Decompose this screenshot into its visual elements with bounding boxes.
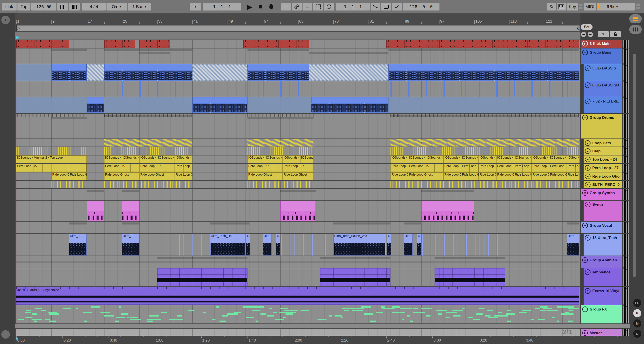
clip-suth[interactable] <box>248 181 314 188</box>
clip-gB[interactable] <box>309 52 388 54</box>
clip-suth[interactable] <box>390 181 579 188</box>
metronome-button[interactable] <box>69 3 80 10</box>
time-ruler[interactable]: 0:000:200:401:001:201:402:002:202:403:00… <box>15 336 630 344</box>
track-lane-perc-loop---27[interactable]: Perc Loop - 27Perc Loop - 27Perc Loop - … <box>16 164 580 172</box>
clip-loop[interactable]: IQSounds - Minimal 2 - Top Loop <box>567 156 579 163</box>
clip-loop[interactable]: IQSounds - Minimal 2 - Top Loop <box>496 156 514 163</box>
fold-track-icon[interactable]: ▼ <box>585 288 590 294</box>
fold-track-icon[interactable]: ▼ <box>585 269 590 275</box>
clip-loop[interactable]: Ride Loop Ghost <box>140 172 175 180</box>
track-header-top-loop---24[interactable]: ▶Top Loop - 24 <box>584 156 622 163</box>
track-lane-group-bass[interactable] <box>16 48 580 64</box>
track-lane-7-02---filtere[interactable] <box>16 97 580 113</box>
track-lane-18-ultra_tech[interactable]: Ultra_TUltra_TUltra_Tech_HouUUltrUUltra_… <box>16 234 580 256</box>
clip-tb[interactable] <box>122 81 123 97</box>
track-header-loop-hats[interactable]: ▶Loop Hats <box>584 139 622 147</box>
clip-fx[interactable] <box>16 305 579 324</box>
clip-tb[interactable] <box>263 81 264 97</box>
track-header-master[interactable]: ▶Master <box>581 329 622 336</box>
group-unfold-icon[interactable]: ≡ <box>582 307 588 312</box>
play-track-icon[interactable]: ▶ <box>585 140 590 146</box>
clip-loop[interactable]: IQSounds - Minimal 2 - Top Loop <box>140 156 157 163</box>
midi-map-button[interactable]: MIDI <box>584 3 596 10</box>
fold-track-icon[interactable]: ▼ <box>585 65 590 71</box>
key-map-button[interactable]: Key <box>566 3 578 10</box>
clip-tb[interactable] <box>408 81 410 97</box>
clip-kick[interactable] <box>243 40 309 48</box>
track-header-group-bass[interactable]: ≡Group Bass <box>581 48 622 64</box>
clip-loop[interactable]: IQSounds - Minimal 2 - Top Loop <box>408 156 426 163</box>
clip-clap[interactable] <box>104 147 192 155</box>
clip-gA[interactable] <box>334 222 391 224</box>
clip-loopd[interactable]: Perc Loop - 27 <box>496 164 514 172</box>
clip-loop[interactable]: IQSounds - Minimal 2 - Top Loop <box>282 156 300 163</box>
track-header-extras-10-vinyl[interactable]: ▼Extras 10 Vinyl <box>584 287 622 305</box>
track-header-ambience[interactable]: ▼Ambience <box>584 268 622 286</box>
punch-in-position-display[interactable]: 1. 1. 1 <box>336 3 370 10</box>
clip-loopd[interactable]: Perc Loop - 27 <box>479 164 496 172</box>
arrangement-start-marker-icon[interactable] <box>16 36 19 39</box>
clip-vox[interactable]: Ultr <box>404 234 413 256</box>
clip-loop[interactable]: Ride Loop Ghost <box>52 172 69 180</box>
clip-loop[interactable]: IQSounds - Minimal 2 - Top Loop <box>16 156 86 163</box>
clip-gA[interactable] <box>388 49 579 51</box>
vertical-scrollbar[interactable] <box>633 54 636 277</box>
overload-indicator[interactable] <box>624 3 634 10</box>
clip-vox[interactable]: U <box>246 234 250 256</box>
track-lane-suth_perc_0[interactable] <box>16 181 580 188</box>
clip-midi[interactable] <box>280 201 316 221</box>
clip-midi[interactable] <box>122 201 140 221</box>
clip-loopd[interactable]: Perc Loop - 27 <box>549 164 567 172</box>
clip-loopd[interactable]: Perc Loop - 27 <box>175 164 192 172</box>
capture-midi-button[interactable] <box>292 3 302 10</box>
clip-gA[interactable] <box>404 222 422 224</box>
tempo-field[interactable]: 126.00 <box>31 3 56 10</box>
clip-loopd[interactable]: Perc Loop - 27 <box>16 164 86 172</box>
clip-hatch[interactable] <box>86 64 104 81</box>
track-header-7-02---filtere[interactable]: ▼7 02 - FILTERE <box>584 97 622 113</box>
clip-midi[interactable] <box>421 201 474 221</box>
locator-lane[interactable] <box>15 32 580 39</box>
computer-midi-keyboard-button[interactable] <box>557 3 566 10</box>
clip-loop[interactable]: Ride Loop Ghost <box>567 172 579 180</box>
track-header-5-01--bass-s[interactable]: ▼5 01- BASS S <box>584 64 622 81</box>
clip-wave[interactable] <box>248 64 309 81</box>
clip-gA[interactable] <box>280 190 316 192</box>
play-track-icon[interactable]: ▶ <box>582 41 588 46</box>
clip-vox[interactable]: Ultra_Tech_Hou <box>210 234 245 256</box>
clip-loop[interactable]: IQSounds - Minimal 2 - Top Loop <box>157 156 175 163</box>
clip-loop[interactable]: IQSounds - Minimal 2 - Top Loop <box>390 156 408 163</box>
track-header-ride-loop-gho[interactable]: ▶Ride Loop Gho <box>584 172 622 180</box>
track-lane-extras-10-vinyl[interactable]: JØRD Extras 10 Vinyl Noise <box>16 287 580 305</box>
clip-loop[interactable]: Ride Loop Ghost <box>248 172 283 180</box>
fold-track-icon[interactable]: ▼ <box>585 202 590 207</box>
clip-gA[interactable] <box>421 190 474 192</box>
track-header-group-synths[interactable]: ≡Group Synths <box>581 189 622 200</box>
clip-gA[interactable] <box>122 222 140 224</box>
clip-loopd[interactable]: Perc Loop - 27 <box>514 164 532 172</box>
groove-pool-toggle[interactable]: ≈ <box>1 330 10 339</box>
track-lane-master[interactable]: 2/1 <box>16 329 580 336</box>
lock-envelopes-button[interactable] <box>610 31 621 37</box>
set-loop-button[interactable]: Set <box>581 24 592 30</box>
clip-loopd[interactable]: Perc Loop - 27 <box>461 164 479 172</box>
group-unfold-icon[interactable]: ≡ <box>582 50 588 55</box>
clip-tb[interactable] <box>390 81 392 97</box>
clip-tb[interactable] <box>514 81 515 97</box>
clip-lines[interactable] <box>175 234 206 256</box>
clip-loop[interactable]: Ride Loop Ghost <box>104 172 140 180</box>
clip-tb[interactable] <box>479 81 480 97</box>
clip-wave[interactable] <box>104 64 192 81</box>
clip-loop[interactable]: IQSounds - Minimal 2 - Top Loop <box>444 156 461 163</box>
clip-loop[interactable]: IQSounds - Minimal 2 - Top Loop <box>248 156 265 163</box>
clip-tb[interactable] <box>426 81 427 97</box>
clip-wave[interactable] <box>388 64 579 81</box>
clip-vox[interactable]: Ultra_Tech_House_Voc <box>334 234 386 256</box>
clip-gB[interactable] <box>52 117 87 119</box>
track-lane-6-01--bass-su[interactable] <box>16 81 580 97</box>
clip-loop[interactable]: IQSounds - Minimal 2 - Top Loop <box>175 156 192 163</box>
group-unfold-icon[interactable]: ≡ <box>582 223 588 228</box>
next-marker-button[interactable]: ➡ <box>588 32 593 37</box>
track-lane-top-loop---24[interactable]: IQSounds - Minimal 2 - Top LoopIQSounds … <box>16 156 580 163</box>
clip-gB[interactable] <box>248 117 314 119</box>
